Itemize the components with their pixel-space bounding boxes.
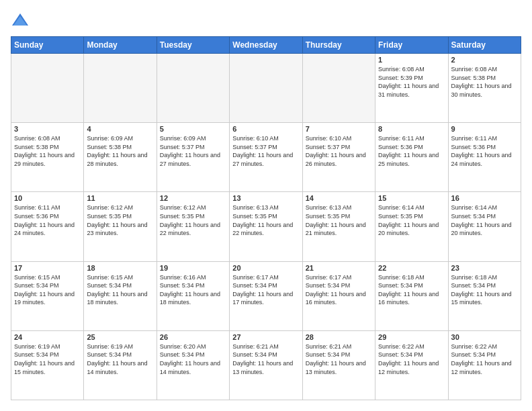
day-number: 5 [160,125,226,133]
day-number: 14 [306,194,372,202]
calendar-cell: 18Sunrise: 6:15 AMSunset: 5:34 PMDayligh… [84,261,157,330]
logo-icon [11,11,30,30]
day-info: Sunrise: 6:18 AMSunset: 5:34 PMDaylight:… [451,273,518,307]
day-info: Sunrise: 6:15 AMSunset: 5:34 PMDaylight:… [14,273,81,307]
day-number: 28 [306,333,372,341]
day-number: 25 [87,333,153,341]
header [11,11,521,30]
day-info: Sunrise: 6:08 AMSunset: 5:39 PMDaylight:… [378,65,445,99]
day-number: 30 [451,333,518,341]
logo [11,11,32,30]
day-number: 29 [378,333,445,341]
calendar-cell: 2Sunrise: 6:08 AMSunset: 5:38 PMDaylight… [448,54,521,123]
calendar-cell: 7Sunrise: 6:10 AMSunset: 5:37 PMDaylight… [302,123,375,192]
day-info: Sunrise: 6:11 AMSunset: 5:36 PMDaylight:… [378,134,445,168]
day-number: 19 [160,264,226,272]
calendar-cell [157,54,229,123]
calendar-cell: 19Sunrise: 6:16 AMSunset: 5:34 PMDayligh… [157,261,229,330]
calendar-cell: 22Sunrise: 6:18 AMSunset: 5:34 PMDayligh… [375,261,448,330]
day-info: Sunrise: 6:10 AMSunset: 5:37 PMDaylight:… [232,134,299,168]
day-number: 12 [160,194,226,202]
calendar-cell: 20Sunrise: 6:17 AMSunset: 5:34 PMDayligh… [230,261,302,330]
calendar-cell: 29Sunrise: 6:22 AMSunset: 5:34 PMDayligh… [375,330,448,400]
day-number: 6 [232,125,299,133]
day-number: 21 [306,264,372,272]
day-info: Sunrise: 6:08 AMSunset: 5:38 PMDaylight:… [451,65,518,99]
day-info: Sunrise: 6:12 AMSunset: 5:35 PMDaylight:… [87,203,153,237]
day-number: 27 [232,333,299,341]
calendar-cell: 10Sunrise: 6:11 AMSunset: 5:36 PMDayligh… [11,192,84,261]
weekday-header-tuesday: Tuesday [157,37,229,54]
calendar-cell: 8Sunrise: 6:11 AMSunset: 5:36 PMDaylight… [375,123,448,192]
calendar-cell: 11Sunrise: 6:12 AMSunset: 5:35 PMDayligh… [84,192,157,261]
day-number: 10 [14,194,81,202]
day-info: Sunrise: 6:15 AMSunset: 5:34 PMDaylight:… [87,273,153,307]
calendar-cell: 24Sunrise: 6:19 AMSunset: 5:34 PMDayligh… [11,330,84,400]
day-number: 3 [14,125,81,133]
weekday-header-monday: Monday [84,37,157,54]
day-info: Sunrise: 6:22 AMSunset: 5:34 PMDaylight:… [451,342,518,376]
calendar-cell [302,54,375,123]
day-number: 18 [87,264,153,272]
day-info: Sunrise: 6:22 AMSunset: 5:34 PMDaylight:… [378,342,445,376]
day-number: 4 [87,125,153,133]
calendar-cell: 17Sunrise: 6:15 AMSunset: 5:34 PMDayligh… [11,261,84,330]
calendar-cell [11,54,84,123]
calendar-cell: 23Sunrise: 6:18 AMSunset: 5:34 PMDayligh… [448,261,521,330]
page: SundayMondayTuesdayWednesdayThursdayFrid… [0,0,532,411]
calendar-cell: 13Sunrise: 6:13 AMSunset: 5:35 PMDayligh… [230,192,302,261]
day-info: Sunrise: 6:21 AMSunset: 5:34 PMDaylight:… [232,342,299,376]
day-info: Sunrise: 6:18 AMSunset: 5:34 PMDaylight:… [378,273,445,307]
day-info: Sunrise: 6:16 AMSunset: 5:34 PMDaylight:… [160,273,226,307]
day-number: 17 [14,264,81,272]
calendar-cell: 1Sunrise: 6:08 AMSunset: 5:39 PMDaylight… [375,54,448,123]
calendar: SundayMondayTuesdayWednesdayThursdayFrid… [11,36,521,400]
day-number: 24 [14,333,81,341]
day-number: 11 [87,194,153,202]
weekday-header-saturday: Saturday [448,37,521,54]
calendar-cell: 21Sunrise: 6:17 AMSunset: 5:34 PMDayligh… [302,261,375,330]
day-info: Sunrise: 6:17 AMSunset: 5:34 PMDaylight:… [306,273,372,307]
calendar-cell: 28Sunrise: 6:21 AMSunset: 5:34 PMDayligh… [302,330,375,400]
day-number: 8 [378,125,445,133]
weekday-header-wednesday: Wednesday [230,37,302,54]
calendar-cell: 27Sunrise: 6:21 AMSunset: 5:34 PMDayligh… [230,330,302,400]
calendar-cell: 25Sunrise: 6:19 AMSunset: 5:34 PMDayligh… [84,330,157,400]
calendar-cell [230,54,302,123]
calendar-cell: 3Sunrise: 6:08 AMSunset: 5:38 PMDaylight… [11,123,84,192]
day-info: Sunrise: 6:13 AMSunset: 5:35 PMDaylight:… [232,203,299,237]
day-info: Sunrise: 6:19 AMSunset: 5:34 PMDaylight:… [87,342,153,376]
day-number: 13 [232,194,299,202]
calendar-cell: 15Sunrise: 6:14 AMSunset: 5:35 PMDayligh… [375,192,448,261]
day-info: Sunrise: 6:21 AMSunset: 5:34 PMDaylight:… [306,342,372,376]
day-number: 15 [378,194,445,202]
day-info: Sunrise: 6:10 AMSunset: 5:37 PMDaylight:… [306,134,372,168]
calendar-cell: 4Sunrise: 6:09 AMSunset: 5:38 PMDaylight… [84,123,157,192]
day-number: 16 [451,194,518,202]
day-info: Sunrise: 6:14 AMSunset: 5:34 PMDaylight:… [451,203,518,237]
day-info: Sunrise: 6:13 AMSunset: 5:35 PMDaylight:… [306,203,372,237]
day-number: 2 [451,56,518,64]
day-number: 9 [451,125,518,133]
calendar-cell: 6Sunrise: 6:10 AMSunset: 5:37 PMDaylight… [230,123,302,192]
day-info: Sunrise: 6:11 AMSunset: 5:36 PMDaylight:… [451,134,518,168]
day-number: 23 [451,264,518,272]
calendar-cell: 30Sunrise: 6:22 AMSunset: 5:34 PMDayligh… [448,330,521,400]
calendar-cell: 12Sunrise: 6:12 AMSunset: 5:35 PMDayligh… [157,192,229,261]
day-number: 22 [378,264,445,272]
day-info: Sunrise: 6:12 AMSunset: 5:35 PMDaylight:… [160,203,226,237]
weekday-header-friday: Friday [375,37,448,54]
day-info: Sunrise: 6:11 AMSunset: 5:36 PMDaylight:… [14,203,81,237]
day-info: Sunrise: 6:14 AMSunset: 5:35 PMDaylight:… [378,203,445,237]
day-number: 20 [232,264,299,272]
day-info: Sunrise: 6:20 AMSunset: 5:34 PMDaylight:… [160,342,226,376]
weekday-header-thursday: Thursday [302,37,375,54]
day-info: Sunrise: 6:19 AMSunset: 5:34 PMDaylight:… [14,342,81,376]
day-info: Sunrise: 6:09 AMSunset: 5:38 PMDaylight:… [87,134,153,168]
calendar-cell: 9Sunrise: 6:11 AMSunset: 5:36 PMDaylight… [448,123,521,192]
day-number: 26 [160,333,226,341]
day-info: Sunrise: 6:17 AMSunset: 5:34 PMDaylight:… [232,273,299,307]
calendar-cell: 14Sunrise: 6:13 AMSunset: 5:35 PMDayligh… [302,192,375,261]
calendar-cell: 5Sunrise: 6:09 AMSunset: 5:37 PMDaylight… [157,123,229,192]
weekday-header-sunday: Sunday [11,37,84,54]
